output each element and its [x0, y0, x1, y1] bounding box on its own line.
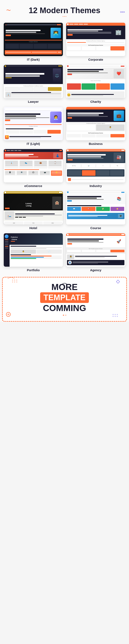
theme-card-lawyer[interactable]: ⚖️ Professional Business Confidence Syst… [2, 63, 64, 105]
theme-card-portfolio[interactable]: FedericoChiesa 👨 📄 [2, 232, 64, 274]
deco-arrow-right: >>> [120, 10, 125, 14]
theme-preview-course[interactable]: 📚 📖 🎯 ✅ ⭐ [66, 191, 125, 224]
theme-card-ecommerce[interactable]: 👗 👔 👟 👜 ⌚ 📱 💻 🎧 📷 [2, 148, 64, 190]
theme-card-it-light[interactable]: 🧑‍💼 Company Services � [2, 105, 64, 148]
theme-name-it-dark: IT (Dark) [27, 58, 40, 61]
theme-name-agency: Agency [90, 268, 101, 272]
theme-preview-industry[interactable]: 🏭 25 Yrs 📊 7 4C 🔧 [66, 149, 125, 182]
theme-card-course[interactable]: 📚 📖 🎯 ✅ ⭐ [64, 190, 127, 232]
theme-preview-charity[interactable]: ❤️ Every Cent Ad Thinks 😊 [66, 65, 125, 98]
theme-name-charity: Charity [90, 100, 101, 104]
theme-card-business[interactable]: 💼 Professional Business Guidance Agency … [64, 105, 127, 148]
cta-template-text: TEMPLATE [40, 292, 89, 303]
theme-card-industry[interactable]: 🏭 25 Yrs 📊 7 4C 🔧 [64, 148, 127, 190]
theme-name-ecommerce: eCommerce [24, 184, 42, 188]
theme-preview-it-dark[interactable]: 🧑‍💻 Company Services [4, 23, 63, 56]
theme-card-it-dark[interactable]: 🧑‍💻 Company Services [2, 21, 64, 63]
theme-name-hotel: Hotel [29, 226, 37, 230]
theme-name-business: Business [89, 142, 103, 146]
theme-preview-portfolio[interactable]: FedericoChiesa 👨 📄 [4, 233, 63, 267]
theme-card-hotel[interactable]: LuxuryLiving 🏨 🛏️ [2, 190, 64, 232]
theme-card-charity[interactable]: ❤️ Every Cent Ad Thinks 😊 [64, 63, 127, 105]
theme-name-industry: Industry [90, 184, 102, 188]
cta-section: MORE TEMPLATE COMMING [2, 277, 127, 322]
theme-name-portfolio: Portfolio [27, 268, 40, 272]
page-title: 12 Modern Themes [4, 6, 125, 15]
theme-name-lawyer: Lawyer [28, 100, 39, 104]
theme-name-course: Course [90, 226, 101, 230]
theme-preview-hotel[interactable]: LuxuryLiving 🏨 🛏️ [4, 191, 63, 224]
theme-preview-it-light[interactable]: 🧑‍💼 Company Services � [4, 107, 63, 140]
theme-preview-agency[interactable]: 🚀 We Provide Exclusive Service 👩‍💼 [66, 233, 125, 267]
themes-grid: 🧑‍💻 Company Services [0, 21, 129, 274]
header-section: 〜 >>> 12 Modern Themes [0, 0, 129, 21]
theme-name-it-light: IT (Light) [27, 142, 40, 146]
page-wrapper: 〜 >>> 12 Modern Themes [0, 0, 129, 322]
deco-arrow-left: 〜 [6, 7, 11, 14]
theme-card-corporate[interactable]: 🏢 Professional Business Guidance Agency … [64, 21, 127, 63]
cta-comming-text: COMMING [7, 304, 122, 312]
theme-card-agency[interactable]: 🚀 We Provide Exclusive Service 👩‍💼 [64, 232, 127, 274]
theme-preview-ecommerce[interactable]: 👗 👔 👟 👜 ⌚ 📱 💻 🎧 📷 [4, 149, 63, 182]
theme-preview-corporate[interactable]: 🏢 Professional Business Guidance Agency … [66, 23, 125, 56]
theme-preview-business[interactable]: 💼 Professional Business Guidance Agency … [66, 107, 125, 140]
theme-preview-lawyer[interactable]: ⚖️ Professional Business Confidence Syst… [4, 65, 63, 98]
theme-name-corporate: Corporate [88, 58, 103, 61]
